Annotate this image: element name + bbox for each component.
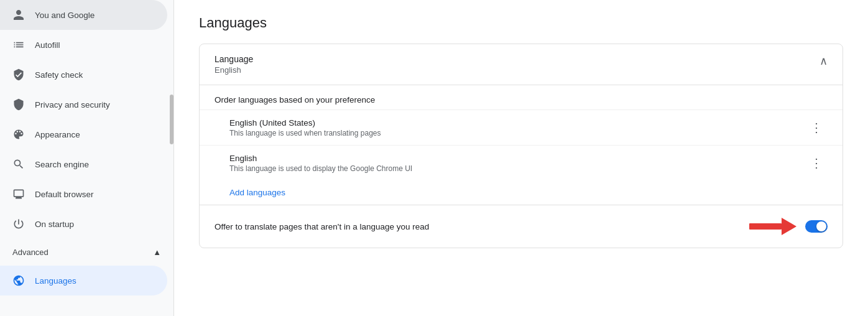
sidebar-item-appearance-label: Appearance (35, 130, 80, 139)
language-info: Language English (215, 54, 253, 75)
sidebar-item-search-engine[interactable]: Search engine (0, 149, 167, 179)
language-value: English (215, 65, 253, 75)
language-row-english-info: English This language is used to display… (229, 154, 412, 173)
add-languages-button[interactable]: Add languages (200, 180, 843, 205)
power-icon (12, 218, 25, 230)
toggle-container (748, 215, 828, 238)
lang-desc-english: This language is used to display the Goo… (229, 164, 412, 173)
person-icon (12, 9, 25, 21)
red-arrow-icon (748, 215, 798, 238)
sidebar-item-default-browser-label: Default browser (35, 190, 94, 199)
svg-rect-0 (749, 223, 782, 230)
sidebar-item-privacy-label: Privacy and security (35, 100, 110, 109)
sidebar-item-search-engine-label: Search engine (35, 160, 89, 169)
advanced-chevron-icon: ▲ (153, 248, 161, 257)
svg-marker-1 (782, 218, 796, 235)
sidebar-item-safety-check[interactable]: Safety check (0, 60, 167, 90)
order-label: Order languages based on your preference (200, 85, 843, 109)
list-icon (12, 39, 25, 51)
sidebar-item-you-and-google-label: You and Google (35, 11, 95, 20)
language-header-section: Language English ∧ (200, 44, 843, 85)
scrollbar-thumb[interactable] (170, 95, 173, 144)
main-content: Languages Language English ∧ Order langu… (174, 0, 868, 316)
sidebar-item-on-startup[interactable]: On startup (0, 209, 167, 239)
language-label: Language (215, 54, 253, 64)
sidebar-item-you-and-google[interactable]: You and Google (0, 0, 167, 30)
sidebar-item-default-browser[interactable]: Default browser (0, 179, 167, 209)
sidebar-item-appearance[interactable]: Appearance (0, 119, 167, 149)
chevron-up-icon[interactable]: ∧ (820, 54, 828, 68)
arrow-svg (748, 215, 798, 238)
globe-icon (12, 274, 25, 287)
advanced-label: Advanced (12, 248, 48, 257)
search-icon (12, 158, 25, 170)
shield-check-icon (12, 68, 25, 81)
sidebar-item-safety-check-label: Safety check (35, 70, 83, 80)
offer-translate-row: Offer to translate pages that aren't in … (200, 205, 843, 248)
advanced-section[interactable]: Advanced ▲ (0, 239, 173, 266)
sidebar: You and Google Autofill Safety check Pri… (0, 0, 174, 316)
sidebar-item-on-startup-label: On startup (35, 220, 74, 229)
shield-icon (12, 98, 25, 111)
language-row-english-us: English (United States) This language is… (200, 109, 843, 145)
language-row-english: English This language is used to display… (200, 145, 843, 180)
sidebar-item-languages[interactable]: Languages (0, 266, 167, 295)
sidebar-item-autofill[interactable]: Autofill (0, 30, 167, 60)
language-header: Language English ∧ (215, 54, 828, 75)
scrollbar-track[interactable] (170, 0, 173, 316)
offer-translate-text: Offer to translate pages that aren't in … (215, 222, 429, 231)
language-row-english-us-info: English (United States) This language is… (229, 118, 381, 137)
page-title: Languages (199, 15, 843, 31)
sidebar-item-languages-label: Languages (35, 276, 76, 286)
monitor-icon (12, 188, 25, 200)
sidebar-item-autofill-label: Autofill (35, 40, 60, 50)
lang-name-english: English (229, 154, 412, 163)
offer-translate-toggle[interactable] (805, 220, 828, 233)
three-dots-menu-english[interactable]: ⋮ (805, 153, 828, 173)
sidebar-item-privacy-and-security[interactable]: Privacy and security (0, 90, 167, 119)
three-dots-menu-english-us[interactable]: ⋮ (805, 118, 828, 137)
palette-icon (12, 128, 25, 141)
lang-desc-english-us: This language is used when translating p… (229, 129, 381, 137)
lang-name-english-us: English (United States) (229, 118, 381, 128)
languages-card: Language English ∧ Order languages based… (199, 44, 843, 248)
